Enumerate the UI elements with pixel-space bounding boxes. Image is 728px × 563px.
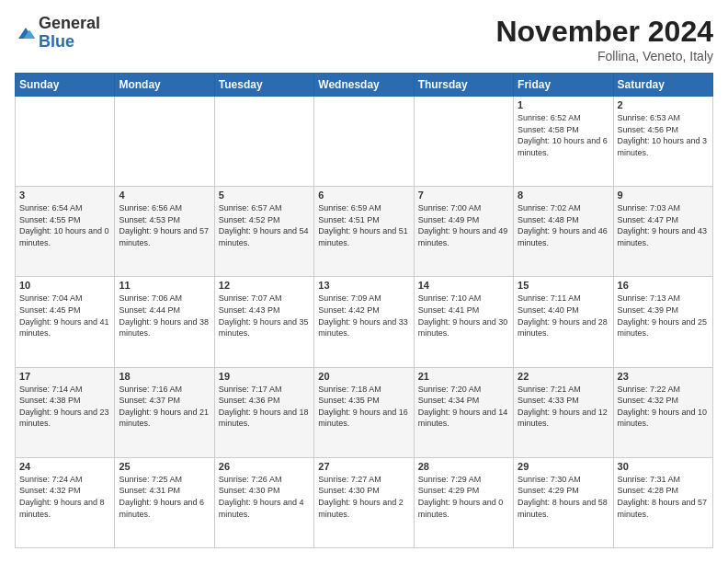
- day-number: 12: [219, 280, 310, 291]
- day-number: 29: [518, 461, 609, 472]
- day-cell: 16Sunrise: 7:13 AM Sunset: 4:39 PM Dayli…: [613, 277, 712, 367]
- day-cell: [414, 97, 513, 187]
- day-info: Sunrise: 6:53 AM Sunset: 4:56 PM Dayligh…: [618, 112, 709, 158]
- header-thursday: Thursday: [414, 74, 513, 97]
- logo-blue: Blue: [39, 33, 100, 52]
- day-cell: 5Sunrise: 6:57 AM Sunset: 4:52 PM Daylig…: [214, 187, 313, 277]
- day-cell: 13Sunrise: 7:09 AM Sunset: 4:42 PM Dayli…: [314, 277, 414, 367]
- day-cell: 7Sunrise: 7:00 AM Sunset: 4:49 PM Daylig…: [414, 187, 513, 277]
- day-number: 6: [318, 190, 409, 201]
- day-number: 7: [418, 190, 509, 201]
- header: General Blue November 2024 Follina, Vene…: [15, 15, 713, 63]
- calendar-body: 1Sunrise: 6:52 AM Sunset: 4:58 PM Daylig…: [16, 97, 713, 548]
- location: Follina, Veneto, Italy: [495, 49, 713, 63]
- day-number: 26: [219, 461, 310, 472]
- day-info: Sunrise: 7:03 AM Sunset: 4:47 PM Dayligh…: [618, 202, 709, 248]
- day-number: 4: [119, 190, 210, 201]
- day-cell: 6Sunrise: 6:59 AM Sunset: 4:51 PM Daylig…: [314, 187, 414, 277]
- day-info: Sunrise: 7:29 AM Sunset: 4:29 PM Dayligh…: [418, 474, 509, 520]
- page: General Blue November 2024 Follina, Vene…: [0, 0, 728, 563]
- day-info: Sunrise: 7:10 AM Sunset: 4:41 PM Dayligh…: [418, 293, 509, 339]
- day-info: Sunrise: 7:17 AM Sunset: 4:36 PM Dayligh…: [219, 384, 310, 430]
- day-cell: 10Sunrise: 7:04 AM Sunset: 4:45 PM Dayli…: [16, 277, 115, 367]
- day-info: Sunrise: 7:04 AM Sunset: 4:45 PM Dayligh…: [19, 293, 110, 339]
- day-number: 25: [119, 461, 210, 472]
- day-cell: 22Sunrise: 7:21 AM Sunset: 4:33 PM Dayli…: [514, 367, 613, 457]
- day-info: Sunrise: 7:11 AM Sunset: 4:40 PM Dayligh…: [518, 293, 609, 339]
- day-number: 8: [518, 190, 609, 201]
- day-number: 21: [418, 371, 509, 382]
- day-number: 22: [518, 371, 609, 382]
- day-cell: [115, 97, 214, 187]
- logo: General Blue: [15, 15, 100, 52]
- header-wednesday: Wednesday: [314, 74, 414, 97]
- day-cell: [314, 97, 414, 187]
- day-number: 27: [318, 461, 409, 472]
- day-cell: 17Sunrise: 7:14 AM Sunset: 4:38 PM Dayli…: [16, 367, 115, 457]
- day-cell: 27Sunrise: 7:27 AM Sunset: 4:30 PM Dayli…: [314, 457, 414, 547]
- day-info: Sunrise: 7:26 AM Sunset: 4:30 PM Dayligh…: [219, 474, 310, 520]
- day-cell: 1Sunrise: 6:52 AM Sunset: 4:58 PM Daylig…: [514, 97, 613, 187]
- day-info: Sunrise: 6:56 AM Sunset: 4:53 PM Dayligh…: [119, 202, 210, 248]
- day-cell: 24Sunrise: 7:24 AM Sunset: 4:32 PM Dayli…: [16, 457, 115, 547]
- calendar-table: Sunday Monday Tuesday Wednesday Thursday…: [15, 73, 713, 548]
- day-info: Sunrise: 7:14 AM Sunset: 4:38 PM Dayligh…: [19, 384, 110, 430]
- day-number: 24: [19, 461, 110, 472]
- day-info: Sunrise: 6:54 AM Sunset: 4:55 PM Dayligh…: [19, 202, 110, 248]
- day-cell: 25Sunrise: 7:25 AM Sunset: 4:31 PM Dayli…: [115, 457, 214, 547]
- header-saturday: Saturday: [613, 74, 712, 97]
- day-cell: 11Sunrise: 7:06 AM Sunset: 4:44 PM Dayli…: [115, 277, 214, 367]
- day-number: 9: [618, 190, 709, 201]
- day-cell: 21Sunrise: 7:20 AM Sunset: 4:34 PM Dayli…: [414, 367, 513, 457]
- week-row-2: 10Sunrise: 7:04 AM Sunset: 4:45 PM Dayli…: [16, 277, 713, 367]
- logo-text: General Blue: [39, 15, 100, 52]
- day-info: Sunrise: 7:25 AM Sunset: 4:31 PM Dayligh…: [119, 474, 210, 520]
- day-info: Sunrise: 7:31 AM Sunset: 4:28 PM Dayligh…: [618, 474, 709, 520]
- day-number: 16: [618, 280, 709, 291]
- calendar-header: Sunday Monday Tuesday Wednesday Thursday…: [16, 74, 713, 97]
- week-row-0: 1Sunrise: 6:52 AM Sunset: 4:58 PM Daylig…: [16, 97, 713, 187]
- header-tuesday: Tuesday: [214, 74, 313, 97]
- day-number: 13: [318, 280, 409, 291]
- month-title: November 2024: [495, 15, 713, 49]
- day-info: Sunrise: 6:59 AM Sunset: 4:51 PM Dayligh…: [318, 202, 409, 248]
- day-number: 19: [219, 371, 310, 382]
- week-row-1: 3Sunrise: 6:54 AM Sunset: 4:55 PM Daylig…: [16, 187, 713, 277]
- day-number: 15: [518, 280, 609, 291]
- day-info: Sunrise: 6:57 AM Sunset: 4:52 PM Dayligh…: [219, 202, 310, 248]
- day-info: Sunrise: 7:24 AM Sunset: 4:32 PM Dayligh…: [19, 474, 110, 520]
- title-section: November 2024 Follina, Veneto, Italy: [495, 15, 713, 63]
- day-cell: 8Sunrise: 7:02 AM Sunset: 4:48 PM Daylig…: [514, 187, 613, 277]
- day-info: Sunrise: 7:21 AM Sunset: 4:33 PM Dayligh…: [518, 384, 609, 430]
- day-number: 18: [119, 371, 210, 382]
- day-info: Sunrise: 7:07 AM Sunset: 4:43 PM Dayligh…: [219, 293, 310, 339]
- day-info: Sunrise: 7:00 AM Sunset: 4:49 PM Dayligh…: [418, 202, 509, 248]
- day-cell: 4Sunrise: 6:56 AM Sunset: 4:53 PM Daylig…: [115, 187, 214, 277]
- logo-icon: [15, 24, 37, 42]
- day-info: Sunrise: 7:13 AM Sunset: 4:39 PM Dayligh…: [618, 293, 709, 339]
- day-number: 14: [418, 280, 509, 291]
- day-cell: 14Sunrise: 7:10 AM Sunset: 4:41 PM Dayli…: [414, 277, 513, 367]
- day-info: Sunrise: 7:16 AM Sunset: 4:37 PM Dayligh…: [119, 384, 210, 430]
- day-cell: 30Sunrise: 7:31 AM Sunset: 4:28 PM Dayli…: [613, 457, 712, 547]
- day-cell: 12Sunrise: 7:07 AM Sunset: 4:43 PM Dayli…: [214, 277, 313, 367]
- day-info: Sunrise: 7:30 AM Sunset: 4:29 PM Dayligh…: [518, 474, 609, 520]
- week-row-4: 24Sunrise: 7:24 AM Sunset: 4:32 PM Dayli…: [16, 457, 713, 547]
- week-row-3: 17Sunrise: 7:14 AM Sunset: 4:38 PM Dayli…: [16, 367, 713, 457]
- header-friday: Friday: [514, 74, 613, 97]
- day-cell: 15Sunrise: 7:11 AM Sunset: 4:40 PM Dayli…: [514, 277, 613, 367]
- day-number: 5: [219, 190, 310, 201]
- day-cell: 29Sunrise: 7:30 AM Sunset: 4:29 PM Dayli…: [514, 457, 613, 547]
- header-monday: Monday: [115, 74, 214, 97]
- day-info: Sunrise: 7:22 AM Sunset: 4:32 PM Dayligh…: [618, 384, 709, 430]
- day-info: Sunrise: 7:27 AM Sunset: 4:30 PM Dayligh…: [318, 474, 409, 520]
- day-cell: 28Sunrise: 7:29 AM Sunset: 4:29 PM Dayli…: [414, 457, 513, 547]
- day-info: Sunrise: 7:09 AM Sunset: 4:42 PM Dayligh…: [318, 293, 409, 339]
- day-info: Sunrise: 7:02 AM Sunset: 4:48 PM Dayligh…: [518, 202, 609, 248]
- day-number: 1: [518, 99, 609, 110]
- day-number: 10: [19, 280, 110, 291]
- day-number: 28: [418, 461, 509, 472]
- day-cell: 9Sunrise: 7:03 AM Sunset: 4:47 PM Daylig…: [613, 187, 712, 277]
- day-number: 30: [618, 461, 709, 472]
- day-cell: 3Sunrise: 6:54 AM Sunset: 4:55 PM Daylig…: [16, 187, 115, 277]
